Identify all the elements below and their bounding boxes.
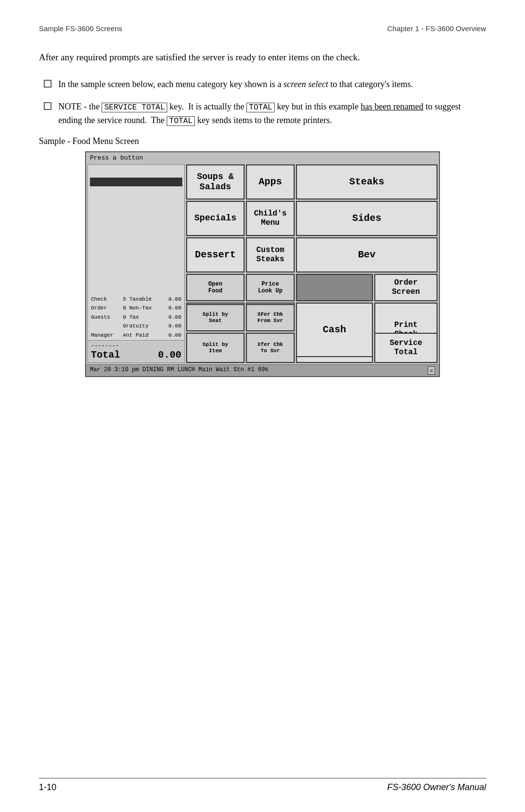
pos-row-1: Soups &Salads Apps Steaks [186, 164, 438, 199]
total-mono-2: TOTAL [167, 116, 195, 126]
page-header: Sample FS-3600 Screens Chapter 1 - FS-36… [39, 24, 486, 33]
dessert-button[interactable]: Dessert [186, 237, 245, 272]
pos-top-bar: Press a button [86, 152, 439, 163]
xfer-chk-to-svr-button[interactable]: Xfer ChkTo Svr [246, 333, 295, 363]
bullet-section: In the sample screen below, each menu ca… [39, 78, 486, 127]
order-screen-button[interactable]: OrderScreen [374, 274, 438, 301]
apps-button[interactable]: Apps [246, 164, 295, 199]
pos-check-info: Check 5 Taxable 0.00 Order 0 Non-Tax 0.0… [88, 294, 184, 341]
renamed-text: has been renamed [361, 102, 423, 111]
steaks-button[interactable]: Steaks [296, 164, 438, 199]
service-total-mono: SERVICE TOTAL [102, 103, 167, 112]
page-footer: 1-10 FS-3600 Owner's Manual [39, 778, 486, 793]
bullet-checkbox-2 [44, 102, 52, 110]
header-right: Chapter 1 - FS-3600 Overview [387, 24, 486, 33]
open-food-button[interactable]: OpenFood [186, 274, 245, 301]
total-label: Total [91, 349, 120, 361]
pos-button-grid: Soups &Salads Apps Steaks Specials Child… [186, 164, 438, 363]
pos-order-area [88, 190, 184, 288]
section-title: Sample - Food Menu Screen [39, 136, 486, 146]
pos-close-icon[interactable]: ☒ [428, 366, 435, 375]
service-total-button[interactable]: ServiceTotal [374, 333, 438, 363]
bullet-item-1: In the sample screen below, each menu ca… [44, 78, 486, 91]
pos-status-bar: Mar 20 3:10 pm DINING RM LUNCH Main Wait… [86, 364, 439, 376]
header-left: Sample FS-3600 Screens [39, 24, 122, 33]
specials-button[interactable]: Specials [186, 201, 245, 236]
bullet-text-2: NOTE - the SERVICE TOTAL key. It is actu… [58, 100, 486, 127]
total-dashes: -------- [91, 343, 181, 349]
bev-button[interactable]: Bev [296, 237, 438, 272]
cash-button[interactable]: Cash [296, 303, 373, 357]
total-amount: 0.00 [158, 349, 181, 361]
pos-input-bar [90, 178, 182, 186]
info-row-2: Order 0 Non-Tax 0.00 [91, 304, 181, 312]
footer-manual-name: FS-3600 Owner's Manual [387, 782, 486, 793]
xfer-chk-from-svr-button[interactable]: XFer ChkFrom Svr [246, 304, 295, 331]
total-mono-1: TOTAL [246, 103, 275, 112]
pos-main-area: Check 5 Taxable 0.00 Order 0 Non-Tax 0.0… [86, 163, 439, 363]
bullet-item-2: NOTE - the SERVICE TOTAL key. It is actu… [44, 100, 486, 127]
pos-total-area: -------- Total 0.00 [88, 340, 184, 362]
intro-paragraph: After any required prompts are satisfied… [39, 50, 486, 64]
info-row-4: Gratuity 0.00 [91, 322, 181, 330]
pos-row-3: Dessert CustomSteaks Bev [186, 237, 438, 272]
footer-page-number: 1-10 [39, 782, 56, 793]
split-by-item-button[interactable]: Split byItem [186, 333, 245, 363]
price-look-up-button[interactable]: PriceLook Up [246, 274, 295, 301]
pos-screen: Press a button Check 5 Tax [85, 151, 440, 377]
pos-left-top [88, 165, 184, 175]
custom-steaks-button[interactable]: CustomSteaks [246, 237, 295, 272]
split-by-seat-button[interactable]: Split bySeat [186, 304, 245, 331]
info-row-5: Manager Ant Paid 0.00 [91, 331, 181, 340]
pos-row-2: Specials Child'sMenu Sides [186, 201, 438, 236]
bullet-text-1: In the sample screen below, each menu ca… [58, 78, 486, 91]
empty-dark-button-1 [296, 274, 373, 301]
page: Sample FS-3600 Screens Chapter 1 - FS-36… [0, 0, 525, 812]
total-row: Total 0.00 [91, 349, 181, 361]
pos-left-panel: Check 5 Taxable 0.00 Order 0 Non-Tax 0.0… [88, 164, 185, 363]
bullet-checkbox-1 [44, 80, 52, 88]
check-info-table: Check 5 Taxable 0.00 Order 0 Non-Tax 0.0… [90, 294, 182, 341]
childs-menu-button[interactable]: Child'sMenu [246, 201, 295, 236]
sides-button[interactable]: Sides [296, 201, 438, 236]
soups-salads-button[interactable]: Soups &Salads [186, 164, 245, 199]
screen-select-italic: screen select [283, 79, 328, 89]
pos-row-4: OpenFood PriceLook Up OrderScreen [186, 274, 438, 301]
info-row-3: Guests 0 Tax 0.00 [91, 313, 181, 322]
info-row-1: Check 5 Taxable 0.00 [91, 295, 181, 304]
